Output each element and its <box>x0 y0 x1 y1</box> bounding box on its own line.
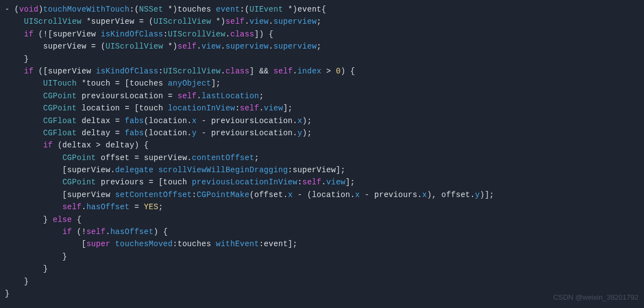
code-token: ]; <box>283 104 292 113</box>
code-token: delegate <box>115 166 154 174</box>
code-token: UIScrollView <box>105 42 163 51</box>
code-token: ([superView <box>34 67 96 76</box>
code-token: UIScrollView <box>163 67 221 76</box>
code-token: } <box>0 55 29 63</box>
code-token: withEvent <box>216 240 259 248</box>
code-token: [superView <box>48 30 101 39</box>
code-token: lastLocation <box>201 92 259 100</box>
code-token: previours = [touch <box>96 178 192 187</box>
code-token: x <box>298 116 303 125</box>
code-token: : <box>163 30 168 39</box>
code-token: UITouch <box>43 79 77 88</box>
code-token: view <box>326 178 346 187</box>
code-token: superView = ( <box>0 42 105 51</box>
code-token: self <box>240 104 259 113</box>
code-token: CGFloat <box>43 116 77 125</box>
code-token: : <box>298 178 303 187</box>
code-token <box>0 67 24 76</box>
code-token: *)touches <box>163 5 216 14</box>
code-token: fabs <box>125 129 144 137</box>
code-token: (! <box>34 30 48 39</box>
code-token: previousLocationInView <box>192 178 297 187</box>
code-token: (location. <box>144 116 192 125</box>
code-token: ]; <box>346 178 355 187</box>
code-token <box>0 129 43 137</box>
code-token: previoursLocation = <box>77 92 178 100</box>
code-token: :( <box>130 5 139 14</box>
code-token: self <box>226 17 245 26</box>
code-token: if <box>24 67 34 76</box>
code-token: ) { <box>153 227 168 236</box>
code-token: (! <box>72 227 87 236</box>
code-token: . <box>221 42 226 51</box>
code-token: . <box>226 30 230 39</box>
code-token: superview <box>273 42 316 51</box>
code-token: UIScrollView <box>153 17 211 26</box>
code-token: self <box>87 227 106 236</box>
code-token: CGPoint <box>43 92 77 100</box>
code-token: CGPointMake <box>197 190 250 199</box>
code-block: - (void)touchMoveWithTouch:(NSSet *)touc… <box>0 0 644 300</box>
code-token: y <box>192 129 197 137</box>
code-token: class <box>230 30 255 39</box>
code-token: if <box>24 30 34 39</box>
code-token: } <box>0 252 67 261</box>
code-token: *superView = ( <box>82 17 154 26</box>
code-token: NSSet <box>139 5 163 14</box>
code-token: *) <box>163 42 178 51</box>
code-token: ]; <box>211 79 221 88</box>
code-token: :event]; <box>259 240 298 248</box>
code-token: ); <box>302 116 312 125</box>
code-token: } <box>0 289 9 298</box>
code-token: superview <box>226 42 269 51</box>
code-token <box>0 92 43 100</box>
code-token: ), offset. <box>427 190 475 199</box>
code-token: : <box>192 190 197 199</box>
code-token: - (location. <box>293 190 355 199</box>
code-token: - previours. <box>360 190 422 199</box>
code-token: UIEvent <box>250 5 283 14</box>
code-token: CGPoint <box>62 153 96 162</box>
code-token: { <box>72 215 82 224</box>
code-token: :superView]; <box>288 166 345 174</box>
code-token: setContentOffset <box>115 190 192 199</box>
code-token: self <box>178 92 197 100</box>
code-token <box>110 240 115 248</box>
code-token <box>153 166 158 174</box>
code-token <box>0 79 43 88</box>
code-token: self <box>302 178 321 187</box>
code-token: *touch = [touches <box>77 79 168 88</box>
code-token: if <box>43 141 52 150</box>
code-token: } <box>0 215 53 224</box>
code-token: } <box>0 277 29 286</box>
code-token: y <box>298 129 303 137</box>
code-token: : <box>235 104 240 113</box>
code-token: [superView <box>0 190 115 199</box>
code-token <box>0 203 62 211</box>
code-token: void <box>19 5 39 14</box>
code-token: ) { <box>341 67 355 76</box>
code-token: :touches <box>173 240 216 248</box>
code-token: *)event{ <box>283 5 326 14</box>
code-token <box>0 104 43 113</box>
code-token: )]; <box>480 190 494 199</box>
code-token: offset = superView. <box>96 153 192 162</box>
code-token <box>0 153 62 162</box>
code-token: . <box>269 17 273 26</box>
code-token: view <box>201 42 221 51</box>
code-token: . <box>293 67 298 76</box>
code-token: CGPoint <box>62 178 96 187</box>
code-token: :( <box>240 5 249 14</box>
code-token: = <box>130 203 144 211</box>
code-token <box>0 116 43 125</box>
code-token: isKindOfClass <box>101 30 163 39</box>
code-token: x <box>192 116 197 125</box>
code-token: . <box>269 42 273 51</box>
code-token: class <box>226 67 250 76</box>
code-token <box>0 30 24 39</box>
code-token: CGFloat <box>43 129 77 137</box>
code-token <box>0 17 24 26</box>
code-token: ] && <box>250 67 274 76</box>
code-token: . <box>221 67 226 76</box>
code-token: : <box>158 67 163 76</box>
